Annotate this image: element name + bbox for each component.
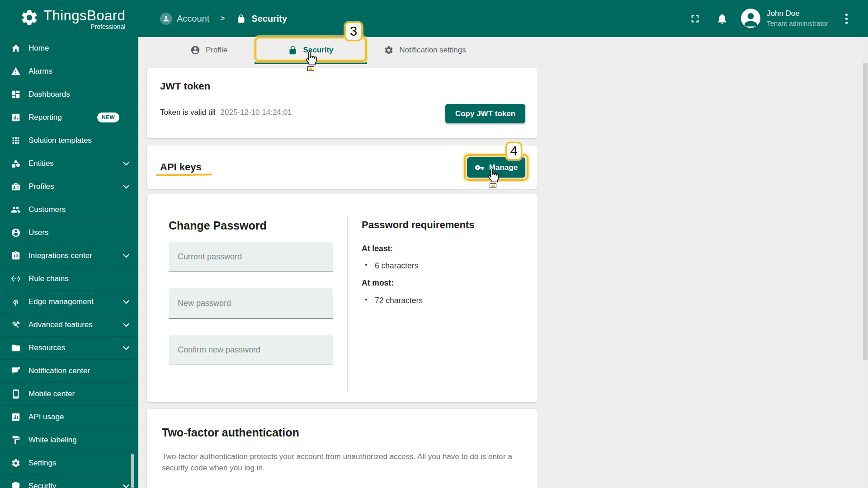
sidebar-item-integrations-center[interactable]: Integrations center — [0, 244, 138, 267]
jwt-card-title: JWT token — [160, 80, 210, 92]
sidebar-item-api-usage[interactable]: API usage — [0, 406, 138, 429]
tab-notification-settings-label: Notification settings — [399, 46, 466, 55]
sidebar-item-advanced-features[interactable]: Advanced features — [0, 314, 138, 337]
notifications-button[interactable] — [716, 13, 728, 25]
tab-security[interactable]: Security — [255, 37, 367, 63]
new-badge: NEW — [97, 113, 119, 122]
user-name: John Doe — [767, 9, 828, 19]
thingsboard-gear-icon — [20, 8, 39, 27]
customers-icon — [11, 205, 21, 215]
entities-icon — [11, 159, 21, 169]
change-password-card: Change Password Password requirements At… — [147, 194, 538, 402]
sidebar-item-resources[interactable]: Resources — [0, 337, 138, 360]
api-keys-title: API keys — [160, 161, 202, 173]
sidebar-item-notification-center[interactable]: Notification center — [0, 360, 138, 383]
at-least-label: At least: — [362, 244, 393, 253]
mobile-center-icon — [11, 389, 21, 399]
sidebar-item-home[interactable]: Home — [0, 37, 138, 60]
sidebar-item-dashboards[interactable]: Dashboards — [0, 83, 138, 106]
chevron-down-icon — [123, 162, 129, 166]
sidebar-item-solution-templates[interactable]: Solution templates — [0, 129, 138, 152]
breadcrumb-account[interactable]: Account — [177, 14, 209, 24]
sidebar-item-customers[interactable]: Customers — [0, 198, 138, 221]
fullscreen-button[interactable] — [689, 13, 701, 25]
change-password-title: Change Password — [169, 219, 267, 232]
sidebar-item-profiles[interactable]: Profiles — [0, 175, 138, 198]
sidebar-item-white-labeling[interactable]: White labeling — [0, 429, 138, 452]
gear-icon — [384, 45, 394, 55]
manage-button-label: Manage — [489, 163, 518, 172]
reporting-icon — [11, 113, 21, 122]
new-password-input[interactable] — [169, 288, 333, 319]
chevron-down-icon — [123, 300, 129, 304]
api-usage-icon — [11, 412, 21, 422]
active-tab-underline — [255, 62, 367, 64]
sidebar: Home Alarms Dashboards Reporting NEW Sol… — [0, 37, 138, 488]
avatar[interactable] — [741, 9, 760, 28]
sidebar-item-mobile-center[interactable]: Mobile center — [0, 383, 138, 406]
sidebar-item-entities[interactable]: Entities — [0, 152, 138, 175]
profiles-icon — [11, 182, 21, 192]
tab-profile[interactable]: Profile — [166, 37, 252, 63]
settings-icon — [11, 458, 21, 468]
person-icon — [190, 45, 200, 55]
sidebar-item-alarms[interactable]: Alarms — [0, 60, 138, 83]
lock-icon — [236, 14, 246, 23]
password-requirements-title: Password requirements — [362, 219, 474, 231]
bell-icon — [716, 13, 728, 25]
sidebar-item-security[interactable]: Security — [0, 475, 138, 488]
copy-jwt-token-button[interactable]: Copy JWT token — [445, 104, 525, 123]
confirm-new-password-input[interactable] — [169, 335, 333, 365]
breadcrumb: Account > Security — [160, 0, 287, 37]
solution-templates-icon — [11, 136, 21, 145]
user-role: Tenant administrator — [767, 19, 828, 28]
api-keys-card: API keys Manage — [147, 145, 538, 189]
rule-chains-icon — [11, 274, 21, 284]
two-factor-card: Two-factor authentication Two-factor aut… — [147, 409, 538, 488]
home-icon — [11, 43, 21, 53]
manage-api-keys-button[interactable]: Manage — [467, 157, 525, 178]
notification-center-icon — [11, 366, 21, 376]
more-menu-button[interactable] — [841, 11, 852, 26]
column-divider — [347, 216, 348, 393]
chevron-down-icon — [123, 185, 129, 189]
sidebar-item-edge-management[interactable]: Edge management — [0, 291, 138, 314]
thingsboard-logo[interactable]: ThingsBoard Professional — [20, 8, 125, 30]
edge-management-icon — [11, 297, 21, 307]
tab-security-label: Security — [303, 46, 333, 55]
logo-title: ThingsBoard — [43, 8, 125, 23]
sidebar-scrollbar-thumb[interactable] — [131, 454, 134, 488]
key-icon — [475, 163, 485, 173]
requirement-item: 72 characters — [375, 296, 423, 305]
jwt-token-card: JWT token Token is valid till 2025-12-10… — [147, 68, 538, 138]
integrations-center-icon — [11, 251, 21, 261]
jwt-valid-value: 2025-12-10 14:24:01 — [221, 108, 292, 117]
sidebar-item-reporting[interactable]: Reporting NEW — [0, 106, 138, 129]
sidebar-item-settings[interactable]: Settings — [0, 452, 138, 475]
requirement-item: 6 characters — [375, 261, 418, 271]
breadcrumb-separator: > — [220, 14, 225, 23]
advanced-features-icon — [11, 320, 21, 330]
chevron-down-icon — [123, 346, 129, 350]
two-factor-title: Two-factor authentication — [162, 426, 299, 439]
alarms-icon — [11, 66, 21, 76]
sidebar-item-rule-chains[interactable]: Rule chains — [0, 267, 138, 291]
tab-notification-settings[interactable]: Notification settings — [377, 37, 473, 63]
page-scrollbar-thumb[interactable] — [863, 63, 868, 360]
user-menu[interactable]: John Doe Tenant administrator — [767, 9, 828, 28]
at-most-label: At most: — [362, 278, 394, 288]
two-factor-description: Two-factor authentication protects your … — [162, 451, 521, 474]
breadcrumb-current: Security — [251, 14, 287, 24]
chevron-down-icon — [123, 484, 129, 488]
sidebar-item-users[interactable]: Users — [0, 221, 138, 244]
breadcrumb-account-icon — [160, 13, 172, 25]
resources-icon — [11, 343, 21, 353]
chevron-down-icon — [123, 254, 129, 258]
security-shield-icon — [11, 481, 21, 488]
avatar-person-icon — [741, 9, 760, 28]
current-password-input[interactable] — [169, 242, 333, 272]
lock-icon — [288, 46, 297, 55]
fullscreen-icon — [689, 13, 701, 25]
jwt-valid-label: Token is valid till — [160, 108, 216, 117]
dashboards-icon — [11, 89, 21, 99]
